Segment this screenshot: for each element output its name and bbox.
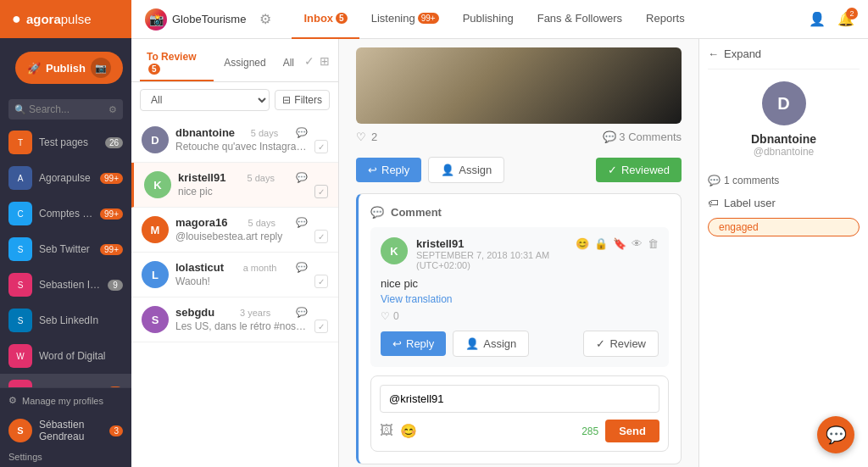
delete-icon[interactable]: 🗑 bbox=[648, 237, 659, 250]
image-icon[interactable]: 🖼 bbox=[380, 423, 393, 439]
list-icon[interactable]: ⊞ bbox=[320, 54, 330, 68]
label-user-button[interactable]: 🏷 Label user bbox=[708, 197, 860, 209]
chat-bubble-button[interactable]: 💬 bbox=[817, 416, 854, 453]
assign-icon: 👤 bbox=[465, 337, 479, 350]
sidebar-item-label: Test pages bbox=[39, 136, 98, 148]
sidebar-item-seb-linkedin[interactable]: S Seb LinkedIn bbox=[0, 303, 131, 338]
filter-select[interactable]: All bbox=[140, 89, 270, 111]
inbox-item-checkbox[interactable]: ✓ bbox=[314, 185, 328, 198]
reply-toolbar: 🖼 😊 285 Send bbox=[380, 420, 659, 442]
emoji-icon[interactable]: 😊 bbox=[576, 237, 589, 250]
publish-label: Publish bbox=[46, 62, 86, 75]
inbox-list: To Review 5 Assigned All ✓ ⊞ All ⊟ Filte… bbox=[131, 39, 339, 467]
inbox-item[interactable]: S sebgdu 3 years 💬 Les US, dans le rétro… bbox=[131, 297, 338, 342]
inbox-avatar: L bbox=[142, 261, 169, 288]
profile-settings-icon[interactable]: ⚙ bbox=[259, 11, 271, 27]
inbox-item[interactable]: D dbnantoine 5 days 💬 Retouche qu'avec I… bbox=[131, 118, 338, 163]
reply-button[interactable]: ↩ Reply bbox=[356, 158, 421, 182]
assign-button[interactable]: 👤 Assign bbox=[428, 157, 504, 183]
inbox-item-content: sebgdu 3 years 💬 Les US, dans le rétro #… bbox=[175, 306, 308, 332]
heart-icon: ♡ bbox=[381, 310, 390, 322]
post-image bbox=[356, 47, 682, 124]
comment-assign-button[interactable]: 👤 Assign bbox=[453, 331, 529, 357]
settings-link[interactable]: Settings bbox=[0, 448, 131, 467]
inbox-item[interactable]: L lolasticut a month 💬 Waouh! ✓ bbox=[131, 253, 338, 297]
sidebar-user[interactable]: S Sébastien Gendreau 3 bbox=[0, 413, 131, 448]
tab-all[interactable]: All bbox=[276, 52, 301, 75]
inbox-filter-row: All ⊟ Filters bbox=[131, 82, 338, 118]
review-button[interactable]: ✓ Review bbox=[583, 331, 659, 357]
inbox-item-checkbox[interactable]: ✓ bbox=[314, 140, 328, 153]
hide-icon[interactable]: 👁 bbox=[632, 237, 643, 250]
sidebar-item-word-of-digital[interactable]: W Word of Digital bbox=[0, 338, 131, 374]
inbox-tab-icons: ✓ ⊞ bbox=[304, 54, 330, 73]
manage-profiles-label: Manage my profiles bbox=[22, 396, 103, 406]
sidebar-item-badge: 99+ bbox=[100, 244, 123, 255]
user-icon[interactable]: 👤 bbox=[809, 11, 826, 27]
manage-profiles-link[interactable]: ⚙ Manage my profiles bbox=[0, 388, 131, 413]
engaged-tag[interactable]: engaged bbox=[708, 218, 860, 236]
view-translation-link[interactable]: View translation bbox=[381, 293, 659, 305]
inbox-item-checkbox[interactable]: ✓ bbox=[314, 275, 328, 288]
content-area: To Review 5 Assigned All ✓ ⊞ All ⊟ Filte… bbox=[131, 39, 868, 467]
inbox-item[interactable]: M magora16 5 days 💬 @louisebestea.art re… bbox=[131, 208, 338, 253]
comment-icon: 💬 bbox=[296, 172, 308, 183]
sidebar-logo: ● agorapulse bbox=[0, 0, 131, 38]
rocket-icon: 🚀 bbox=[27, 62, 41, 75]
bookmark-icon[interactable]: 🔖 bbox=[613, 237, 626, 250]
first-action-bar: ↩ Reply 👤 Assign ✓ Reviewed bbox=[356, 150, 682, 193]
nav-fans-followers[interactable]: Fans & Followers bbox=[526, 0, 634, 39]
profile-handle: @dbnantoine bbox=[754, 146, 815, 158]
inbox-item-content: dbnantoine 5 days 💬 Retouche qu'avec Ins… bbox=[175, 126, 308, 153]
comment-header: 💬 Comment bbox=[370, 206, 669, 219]
camera-icon[interactable]: 📷 bbox=[91, 58, 111, 78]
nav-inbox[interactable]: Inbox 5 bbox=[292, 0, 359, 39]
assign-label: Assign bbox=[459, 164, 492, 176]
sidebar-item-label: Word of Digital bbox=[39, 350, 123, 362]
sidebar-item-test-pages[interactable]: T Test pages 26 bbox=[0, 125, 131, 160]
publish-button[interactable]: 🚀 Publish 📷 bbox=[15, 52, 123, 84]
sidebar-item-seb-twitter[interactable]: S Seb Twitter 99+ bbox=[0, 231, 131, 267]
nav-reports[interactable]: Reports bbox=[634, 0, 697, 39]
sidebar-item-globetourisme[interactable]: G GlobeTourisme 5 bbox=[0, 374, 131, 387]
nav-publishing[interactable]: Publishing bbox=[451, 0, 526, 39]
comments-icon: 💬 bbox=[603, 131, 616, 143]
profile-name: Dbnantoine bbox=[751, 132, 816, 146]
sidebar-item-sebastien-instag[interactable]: S Sebastien Instag... 9 bbox=[0, 267, 131, 303]
label-user-text: Label user bbox=[724, 197, 776, 209]
reply-label: Reply bbox=[406, 337, 434, 350]
comment-author: kristell91 bbox=[416, 237, 567, 250]
lock-icon[interactable]: 🔒 bbox=[594, 237, 608, 250]
check-all-icon[interactable]: ✓ bbox=[304, 54, 314, 68]
sidebar-search-container: 🔍 ⚙ bbox=[8, 99, 123, 120]
inbox-item-content: kristell91 5 days 💬 nice pic bbox=[178, 171, 308, 197]
comment-label-icon: 💬 bbox=[370, 206, 384, 219]
emoji-toolbar-icon[interactable]: 😊 bbox=[400, 423, 417, 439]
check-icon: ✓ bbox=[608, 164, 617, 176]
notifications-icon[interactable]: 🔔 2 bbox=[837, 11, 854, 27]
comment-reply-button[interactable]: ↩ Reply bbox=[381, 331, 446, 356]
conversation-messages: ♡ 2 💬 3 Comments ↩ Reply 👤 bbox=[339, 39, 698, 467]
sidebar-item-comptes-perso[interactable]: C Comptes Perso 99+ bbox=[0, 196, 131, 231]
filters-button[interactable]: ⊟ Filters bbox=[275, 90, 330, 110]
inbox-item-checkbox[interactable]: ✓ bbox=[314, 230, 328, 243]
expand-button[interactable]: ← Expand bbox=[708, 47, 860, 69]
inbox-item-checkbox[interactable]: ✓ bbox=[314, 320, 328, 333]
sidebar-item-agorapulse[interactable]: A Agorapulse 99+ bbox=[0, 160, 131, 196]
inbox-tabs: To Review 5 Assigned All ✓ ⊞ bbox=[131, 39, 338, 82]
comment-author-avatar: K bbox=[381, 237, 408, 264]
tab-assigned[interactable]: Assigned bbox=[217, 52, 272, 75]
post-stats-comments: 💬 3 Comments bbox=[603, 131, 682, 143]
heart-icon: ♡ bbox=[356, 131, 366, 143]
reply-input[interactable] bbox=[380, 385, 659, 413]
settings-icon[interactable]: ⚙ bbox=[108, 104, 117, 115]
review-label: Review bbox=[609, 337, 646, 350]
top-nav: 📸 GlobeTourisme ⚙ Inbox 5 Listening 99+ … bbox=[131, 0, 868, 39]
tab-to-review[interactable]: To Review 5 bbox=[140, 46, 214, 81]
nav-listening[interactable]: Listening 99+ bbox=[359, 0, 451, 39]
profile-selector[interactable]: 📸 GlobeTourisme bbox=[145, 8, 246, 31]
send-button[interactable]: Send bbox=[605, 420, 659, 442]
sidebar-item-label: Comptes Perso bbox=[39, 208, 93, 220]
inbox-item-active[interactable]: K kristell91 5 days 💬 nice pic ✓ bbox=[131, 163, 338, 208]
reviewed-button[interactable]: ✓ Reviewed bbox=[596, 158, 682, 182]
